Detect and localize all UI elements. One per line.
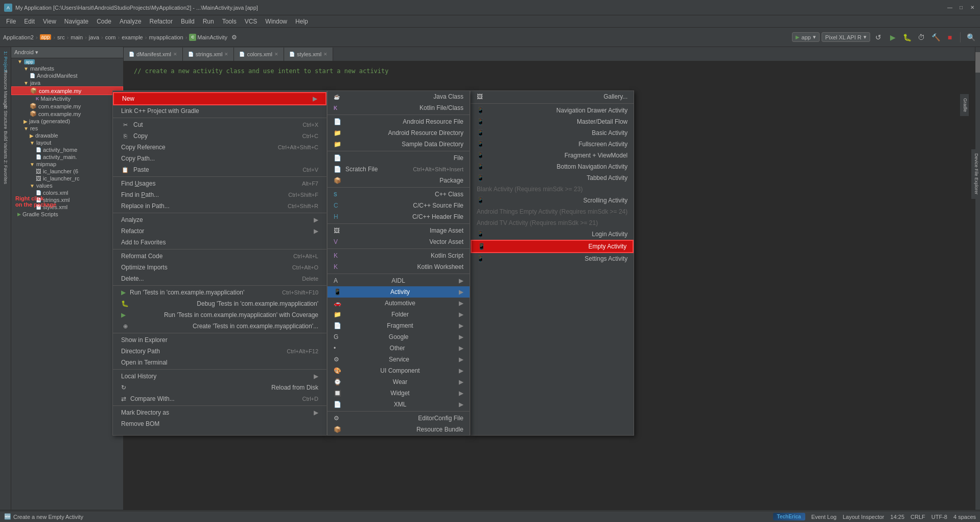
tree-item-colors[interactable]: 📄 colors.xml: [11, 189, 123, 196]
charset-label[interactable]: UTF-8: [931, 514, 947, 520]
cm-item-debug-tests[interactable]: 🐛 Debug 'Tests in 'com.example.myapplica…: [113, 298, 326, 309]
maximize-button[interactable]: □: [958, 4, 965, 11]
menu-run[interactable]: Run: [199, 17, 218, 26]
submenu-folder[interactable]: 📁 Folder ▶: [328, 309, 470, 320]
submenu-cpp-header[interactable]: H C/C++ Header File: [328, 211, 470, 222]
submenu-editorconfig[interactable]: ⚙ EditorConfig File: [328, 413, 470, 424]
submenu-kotlin-class[interactable]: K Kotlin File/Class: [328, 102, 470, 114]
debug-button[interactable]: 🐛: [901, 31, 913, 43]
tree-item-layout[interactable]: ▼ layout: [11, 139, 123, 146]
submenu-kotlin-script[interactable]: K Kotlin Script: [328, 250, 470, 261]
submenu-wear[interactable]: ⌚ Wear ▶: [328, 376, 470, 388]
submenu-image-asset[interactable]: 🖼 Image Asset: [328, 225, 470, 236]
tree-item-values[interactable]: ▼ values: [11, 182, 123, 189]
act-settings[interactable]: 📱 Settings Activity: [471, 253, 634, 264]
breadcrumb-example[interactable]: example: [122, 34, 143, 40]
tree-item-activity-main[interactable]: 📄 activity_main.: [11, 153, 123, 161]
breadcrumb-myapplication[interactable]: myapplication: [149, 34, 183, 40]
tree-item-package3[interactable]: 📦 com.example.my: [11, 110, 123, 118]
submenu-xml[interactable]: 📄 XML ▶: [328, 399, 470, 410]
cm-item-run-tests[interactable]: ▶ Run 'Tests in 'com.example.myapplicati…: [113, 287, 326, 298]
menu-help[interactable]: Help: [291, 17, 312, 26]
tree-item-java[interactable]: ▼ java: [11, 79, 123, 86]
cm-item-link-cpp[interactable]: Link C++ Project with Gradle: [113, 105, 326, 117]
cm-item-show-explorer[interactable]: Show in Explorer: [113, 334, 326, 346]
tree-item-res[interactable]: ▼ res: [11, 125, 123, 132]
tree-item-gradle-scripts[interactable]: ▶ Gradle Scripts: [11, 211, 123, 218]
cm-item-mark-dir[interactable]: Mark Directory as ▶: [113, 407, 326, 418]
submenu-aidl[interactable]: A AIDL ▶: [328, 275, 470, 286]
favorites-icon[interactable]: 2: Favorites: [1, 160, 10, 185]
menu-tools[interactable]: Tools: [218, 17, 241, 26]
cm-item-copy-ref[interactable]: Copy Reference Ctrl+Alt+Shift+C: [113, 142, 326, 153]
android-dropdown[interactable]: Android ▾: [14, 49, 38, 56]
submenu-ui-component[interactable]: 🎨 UI Component ▶: [328, 365, 470, 376]
submenu-sample-data-dir[interactable]: 📁 Sample Data Directory: [328, 139, 470, 150]
submenu-cpp-source[interactable]: C C/C++ Source File: [328, 200, 470, 211]
tab-colors[interactable]: 📄 colors.xml ✕: [234, 48, 284, 61]
submenu-android-resource-dir[interactable]: 📁 Android Resource Directory: [328, 127, 470, 139]
structure-icon[interactable]: 2: Structure: [1, 104, 10, 130]
tree-item-package-highlighted[interactable]: 📦 com.example.my: [11, 86, 123, 95]
cm-item-analyze[interactable]: Analyze ▶: [113, 214, 326, 225]
cm-item-copy[interactable]: ⎘ Copy Ctrl+C: [113, 130, 326, 142]
scroll-thumb[interactable]: [975, 52, 980, 73]
breadcrumb-java[interactable]: java: [89, 34, 99, 40]
layout-inspector-label[interactable]: Layout Inspector: [843, 514, 884, 520]
vertical-scrollbar[interactable]: [975, 47, 980, 510]
tree-item-manifests[interactable]: ▼ manifests: [11, 65, 123, 72]
tree-item-mipmap[interactable]: ▼ mipmap: [11, 161, 123, 168]
act-tabbed[interactable]: 📱 Tabbed Activity: [471, 172, 634, 184]
submenu-cpp-class[interactable]: S C++ Class: [328, 189, 470, 200]
tree-item-styles[interactable]: 📄 styles.xml: [11, 203, 123, 211]
submenu-other[interactable]: • Other ▶: [328, 343, 470, 354]
breadcrumb-main[interactable]: main: [71, 34, 83, 40]
search-button[interactable]: 🔍: [965, 31, 977, 43]
submenu-fragment[interactable]: 📄 Fragment ▶: [328, 320, 470, 331]
cm-item-replace-path[interactable]: Replace in Path... Ctrl+Shift+R: [113, 200, 326, 212]
tab-strings[interactable]: 📄 strings.xml ✕: [183, 48, 235, 61]
profile-button[interactable]: ⏱: [915, 31, 927, 43]
cm-item-refactor[interactable]: Refactor ▶: [113, 225, 326, 237]
submenu-kotlin-worksheet[interactable]: K Kotlin Worksheet: [328, 261, 470, 273]
sync-button[interactable]: ↺: [872, 31, 884, 43]
tree-item-app[interactable]: ▼ app: [11, 58, 123, 65]
cm-item-new[interactable]: New ▶: [113, 92, 326, 105]
submenu-activity[interactable]: 📱 Activity ▶: [328, 286, 470, 298]
menu-view[interactable]: View: [39, 17, 60, 26]
cm-item-find-path[interactable]: Find in Path... Ctrl+Shift+F: [113, 189, 326, 200]
breadcrumb-mainactivity[interactable]: MainActivity: [197, 34, 227, 40]
submenu-package[interactable]: 📦 Package: [328, 175, 470, 186]
cm-item-add-favorites[interactable]: Add to Favorites: [113, 237, 326, 248]
menu-code[interactable]: Code: [92, 17, 115, 26]
breadcrumb-project[interactable]: Application2: [3, 34, 34, 40]
submenu-google[interactable]: G Google ▶: [328, 331, 470, 343]
tree-item-mainactivity[interactable]: K MainActivity: [11, 95, 123, 102]
cm-item-terminal[interactable]: Open in Terminal: [113, 357, 326, 368]
submenu-service[interactable]: ⚙ Service ▶: [328, 354, 470, 365]
run-config[interactable]: ▶ app ▾: [792, 32, 820, 42]
build-button[interactable]: 🔨: [929, 31, 942, 43]
menu-refactor[interactable]: Refactor: [146, 17, 177, 26]
tab-dmanifest[interactable]: 📄 dManifest.xml ✕: [124, 48, 183, 61]
tree-item-drawable[interactable]: ▶ drawable: [11, 132, 123, 139]
cm-item-paste[interactable]: 📋 Paste Ctrl+V: [113, 164, 326, 175]
cm-item-compare[interactable]: ⇄ Compare With... Ctrl+D: [113, 393, 326, 404]
device-file-side-panel[interactable]: Device File Explorer: [971, 149, 980, 199]
submenu-vector-asset[interactable]: V Vector Asset: [328, 236, 470, 247]
submenu-java-class[interactable]: ☕ Java Class: [328, 91, 470, 102]
crlf-label[interactable]: CRLF: [911, 514, 925, 520]
breadcrumb-app[interactable]: app: [40, 34, 52, 40]
cm-item-remove-bom[interactable]: Remove BOM: [113, 418, 326, 429]
act-nav-drawer[interactable]: 📱 Navigation Drawer Activity: [471, 105, 634, 116]
tree-item-strings[interactable]: 📄 strings.xml: [11, 196, 123, 203]
submenu-scratch-file[interactable]: 📄 Scratch File Ctrl+Alt+Shift+Insert: [328, 164, 470, 175]
menu-edit[interactable]: Edit: [20, 17, 39, 26]
run-button[interactable]: ▶: [886, 31, 899, 43]
tree-item-ic-launcher[interactable]: 🖼 ic_launcher (6: [11, 168, 123, 175]
tree-item-java-generated[interactable]: ▶ java (generated): [11, 118, 123, 125]
tree-item-activity-home[interactable]: 📄 activity_home: [11, 146, 123, 153]
submenu-android-resource-file[interactable]: 📄 Android Resource File: [328, 116, 470, 127]
act-login[interactable]: 📱 Login Activity: [471, 229, 634, 240]
breadcrumb-settings-icon[interactable]: ⚙: [231, 34, 237, 41]
